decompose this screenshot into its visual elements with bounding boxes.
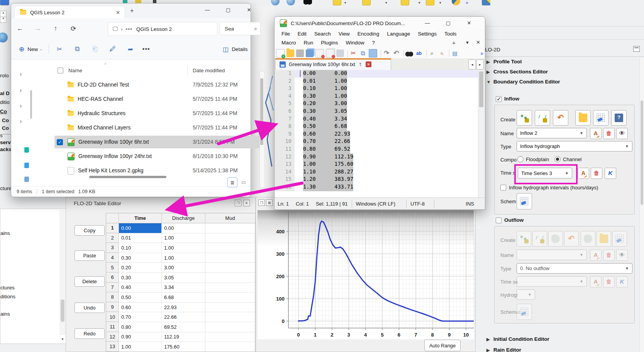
menu-item-macro[interactable]: Macro <box>278 39 300 47</box>
outflow-timeseries-select[interactable]: ▼ <box>517 276 587 287</box>
file-row[interactable]: FLO-2D Channel Test7/9/2025 12:32 PM <box>54 78 261 92</box>
outflow-create-points-button[interactable] <box>517 231 531 247</box>
column-header-time[interactable]: Time <box>119 213 162 223</box>
copy-icon[interactable]: ⧉ <box>359 49 367 57</box>
menu-item-edit[interactable]: Edit <box>294 30 310 38</box>
nav-chevron-icon[interactable]: › <box>20 102 22 109</box>
panel-scrollbar-thumb[interactable] <box>61 299 64 322</box>
section-boundary-condition[interactable]: ▼Boundary Condition Editor <box>486 79 560 85</box>
table-cell[interactable] <box>205 342 255 352</box>
outflow-ts-rename-button[interactable]: A <box>590 276 602 287</box>
table-cell[interactable] <box>205 303 255 312</box>
outflow-schematize-button[interactable] <box>612 231 627 247</box>
table-cell[interactable] <box>205 253 255 263</box>
menu-item-tools[interactable]: Tools <box>441 30 461 38</box>
section-profile-tool[interactable]: ▶Profile Tool <box>486 59 522 65</box>
table-editor-table[interactable]: Time Discharge Mud 10.000.0020.011.0030.… <box>106 213 256 352</box>
file-row[interactable]: ✓Greenway Inflow 100yr 6hr.txt3/1/2024 8… <box>54 135 261 149</box>
editor-line[interactable]: 80.50 6.68 <box>275 123 478 131</box>
dock-scrollbar[interactable] <box>639 58 644 352</box>
menu-item-help[interactable]: ? <box>368 39 379 47</box>
paste-icon[interactable]: ⎗ <box>91 45 99 53</box>
table-row[interactable]: 40.301.00 <box>106 253 255 263</box>
outflow-open-button[interactable] <box>597 231 611 247</box>
copy-button[interactable]: Copy <box>75 225 105 236</box>
table-row[interactable]: 120.90112.19 <box>106 332 255 342</box>
table-cell[interactable]: 1.00 <box>162 253 205 263</box>
table-cell[interactable] <box>205 332 255 342</box>
inflow-schem-button[interactable] <box>517 193 532 209</box>
tab-scroll-left-icon[interactable]: ◂ <box>468 60 476 70</box>
table-cell[interactable] <box>205 292 255 302</box>
deselect-tool-dropdown-icon[interactable]: ▾ <box>419 1 420 5</box>
column-header-date[interactable]: Date modified <box>193 68 225 73</box>
section-initial-condition[interactable]: ▶Initial Condition Editor <box>486 336 549 342</box>
qgis-grid-tool-icon[interactable] <box>0 0 9 5</box>
table-cell[interactable]: 0.30 <box>119 273 162 282</box>
select-tool-dropdown-icon[interactable]: ▾ <box>344 1 346 5</box>
inflow-timeseries-select[interactable]: Time Series 3▼ <box>518 168 572 179</box>
table-cell[interactable]: 0.00 <box>119 223 162 233</box>
table-row[interactable]: 90.6022.93 <box>106 303 255 313</box>
outflow-ts-delete-button[interactable]: 🗑 <box>603 276 615 287</box>
table-cell[interactable]: 3.05 <box>162 273 205 282</box>
toolbar-overflow-chevron[interactable]: » <box>466 0 468 5</box>
table-cell[interactable]: 1.00 <box>162 233 205 243</box>
table-cell[interactable]: 22.66 <box>162 312 205 322</box>
panel-scroll-down-icon[interactable]: ▼ <box>59 336 66 343</box>
undo-icon[interactable]: ↷ <box>383 49 390 57</box>
pin-tool-icon[interactable] <box>426 0 434 5</box>
editor-line[interactable]: 161.30 433.71 <box>275 184 478 191</box>
table-row[interactable]: 110.8069.52 <box>106 322 255 332</box>
refresh-icon[interactable]: ⟳ <box>64 25 82 33</box>
table-row[interactable]: 10.000.00 <box>106 223 255 233</box>
nav-chevron-icon[interactable]: › <box>20 87 22 94</box>
table-row[interactable]: 60.303.05 <box>106 273 255 283</box>
editor-line[interactable]: 40.30 1.00 <box>275 93 478 100</box>
inflow-delete-button[interactable]: 🗑 <box>603 128 615 139</box>
spin-control[interactable]: ▲ ▼ <box>0 11 7 22</box>
notepad-editor[interactable]: 10.00 0.0020.01 1.0030.10 1.0040.30 1.00… <box>275 70 478 197</box>
table-cell[interactable]: 1.00 <box>162 243 205 253</box>
table-cell[interactable]: 112.19 <box>162 332 205 342</box>
python-console-icon[interactable] <box>452 0 460 5</box>
timeseries-plot-button[interactable]: K <box>605 168 616 179</box>
editor-line[interactable]: 141.10 288.27 <box>275 168 478 176</box>
copy-icon[interactable]: ⧉ <box>73 45 81 53</box>
file-row[interactable]: Hydraulic Structures5/7/2025 11:44 PM <box>54 106 261 121</box>
file-row[interactable]: Mixed Channel Layers5/7/2025 11:44 PM <box>54 121 261 135</box>
window-minimize-icon[interactable]: — <box>199 3 216 16</box>
forward-icon[interactable]: → <box>29 25 47 32</box>
paste-icon[interactable] <box>369 49 377 58</box>
rename-icon[interactable]: 🖉 <box>108 45 117 53</box>
table-cell[interactable]: 0.20 <box>119 263 162 272</box>
table-cell[interactable]: 175.60 <box>162 342 205 352</box>
channel-radio[interactable] <box>554 156 561 162</box>
search-icon[interactable]: ⌕ <box>254 26 257 32</box>
table-cell[interactable]: 0.40 <box>119 283 162 292</box>
table-cell[interactable] <box>205 322 255 332</box>
dock-close-icon[interactable]: ✕ <box>243 200 250 206</box>
editor-line[interactable]: 120.90 112.19 <box>275 153 478 161</box>
menu-item-plugins[interactable]: Plugins <box>317 39 342 47</box>
table-cell[interactable]: 1.00 <box>119 342 162 352</box>
delete-button[interactable]: Delete <box>75 276 105 287</box>
explorer-tab[interactable]: QGIS Lesson 2 ✕ <box>14 6 125 19</box>
table-cell[interactable] <box>205 273 255 282</box>
editor-line[interactable]: 30.10 1.00 <box>275 85 478 93</box>
section-rain-editor[interactable]: ▶Rain Editor <box>486 347 521 352</box>
editor-line[interactable]: 70.40 3.34 <box>275 116 478 123</box>
editor-line[interactable]: 100.70 22.66 <box>275 138 478 146</box>
table-cell[interactable]: 0.30 <box>119 253 162 263</box>
editor-line[interactable]: 131.00 175.60 <box>275 161 478 168</box>
panel-scrollbar[interactable] <box>59 210 66 335</box>
tab-close-icon[interactable]: ✕ <box>116 10 120 15</box>
outflow-delete-button[interactable]: 🗑 <box>603 250 615 261</box>
search-layer-globe-icon[interactable] <box>286 0 295 5</box>
table-cell[interactable]: 0.70 <box>119 312 162 322</box>
tab-close-icon[interactable]: ✕ <box>366 61 371 67</box>
menu-plus-icon[interactable]: + <box>452 39 456 46</box>
menu-item-file[interactable]: File <box>278 30 294 38</box>
cut-icon[interactable]: ✂ <box>55 45 64 53</box>
row-checkbox[interactable]: ✓ <box>57 139 63 145</box>
